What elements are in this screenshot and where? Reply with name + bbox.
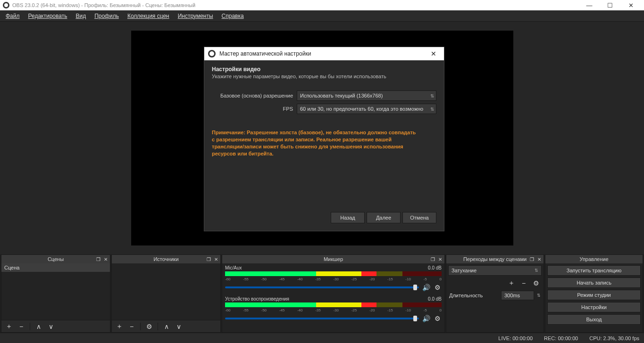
start-record-button[interactable]: Начать запись (547, 278, 641, 288)
dock-mixer-title: Микшер ❐ ✕ (222, 255, 444, 263)
dock-controls-title: Управление (545, 255, 643, 263)
transition-duration-input[interactable]: 300ms (501, 291, 534, 300)
status-live: LIVE: 00:00:00 (498, 335, 533, 341)
window-minimize[interactable]: — (579, 0, 600, 10)
transition-remove-icon[interactable]: − (519, 278, 528, 288)
fps-value: 60 или 30, но предпочитать 60, когда это… (300, 106, 423, 112)
meter-ticks: -60-55-50-45-40-35-30-25-20-15-10-50 (225, 308, 442, 312)
dock-sources-label: Источники (153, 256, 178, 262)
mixer-channel-db: 0.0 dB (428, 296, 442, 302)
dialog-note: Примечание: Разрешение холста (базовое),… (212, 129, 419, 157)
dock-row: Сцены ❐ ✕ Сцена ＋ − ∧ ∨ Источники ❐ ✕ (0, 254, 644, 333)
dock-scenes-close-icon[interactable]: ✕ (102, 256, 109, 262)
dialog-title: Мастер автоматической настройки (219, 50, 311, 57)
auto-config-wizard-dialog: Мастер автоматической настройки ✕ Настро… (204, 47, 444, 231)
window-maximize[interactable]: ☐ (600, 0, 620, 10)
sources-remove-icon[interactable]: − (127, 322, 136, 331)
mixer-channel: Устройство воспроизведения 0.0 dB -60-55… (222, 294, 444, 326)
dock-sources-close-icon[interactable]: ✕ (213, 256, 219, 262)
scenes-list[interactable]: Сцена (1, 263, 110, 320)
base-resolution-select[interactable]: Использовать текущий (1366x768) ⇅ (297, 90, 436, 101)
menu-tools[interactable]: Инструменты (174, 12, 217, 20)
studio-mode-button[interactable]: Режим студии (547, 290, 641, 300)
exit-button[interactable]: Выход (547, 314, 641, 325)
menu-scene-collection[interactable]: Коллекция сцен (124, 12, 173, 20)
sources-list[interactable] (112, 263, 220, 320)
transition-gear-icon[interactable]: ⚙ (531, 278, 541, 288)
sources-add-icon[interactable]: ＋ (115, 322, 124, 331)
dock-transitions-label: Переходы между сценами (463, 256, 527, 262)
chevron-updown-icon: ⇅ (430, 106, 433, 112)
fps-select[interactable]: 60 или 30, но предпочитать 60, когда это… (297, 104, 436, 114)
gear-icon[interactable]: ⚙ (433, 283, 442, 292)
back-button[interactable]: Назад (331, 212, 365, 223)
sources-down-icon[interactable]: ∨ (174, 322, 184, 331)
menubar: Файл Редактировать Вид Профиль Коллекция… (0, 10, 644, 22)
dock-mixer-close-icon[interactable]: ✕ (437, 256, 443, 262)
dock-scenes-label: Сцены (48, 256, 64, 262)
dock-sources: Источники ❐ ✕ ＋ − ⚙ ∧ ∨ (111, 254, 221, 333)
dock-mixer: Микшер ❐ ✕ Mic/Aux 0.0 dB -60-55-50-45-4… (222, 254, 445, 333)
status-cpu: CPU: 2.3%, 30.00 fps (589, 335, 639, 341)
mixer-channel-name: Mic/Aux (225, 265, 242, 270)
volume-slider[interactable] (225, 286, 419, 288)
scenes-down-icon[interactable]: ∨ (46, 322, 56, 331)
dock-scenes: Сцены ❐ ✕ Сцена ＋ − ∧ ∨ (1, 254, 110, 333)
sources-gear-icon[interactable]: ⚙ (144, 322, 154, 331)
window-title: OBS 23.0.2 (64-bit, windows) - Профиль: … (12, 2, 195, 8)
dock-controls: Управление Запустить трансляцию Начать з… (545, 254, 643, 333)
transitions-body: Затухание ⇅ ＋ − ⚙ Длительность 300ms ⇅ (446, 263, 544, 332)
menu-view[interactable]: Вид (72, 12, 90, 20)
dock-scenes-title: Сцены ❐ ✕ (1, 255, 110, 263)
scenes-add-icon[interactable]: ＋ (4, 322, 14, 331)
transition-add-icon[interactable]: ＋ (507, 278, 516, 288)
scenes-up-icon[interactable]: ∧ (34, 322, 43, 331)
dock-transitions-title: Переходы между сценами ❐ ✕ (446, 255, 544, 263)
dialog-heading: Настройки видео (212, 66, 436, 73)
volume-slider[interactable] (225, 318, 419, 319)
dock-transitions: Переходы между сценами ❐ ✕ Затухание ⇅ ＋… (446, 254, 544, 333)
statusbar: LIVE: 00:00:00 REC: 00:00:00 CPU: 2.3%, … (0, 333, 644, 343)
dock-sources-title: Источники ❐ ✕ (112, 255, 220, 263)
start-stream-button[interactable]: Запустить трансляцию (547, 265, 641, 276)
window-close[interactable]: ✕ (620, 0, 641, 10)
dock-controls-label: Управление (579, 256, 608, 262)
dialog-close-icon[interactable]: ✕ (427, 50, 440, 57)
menu-file[interactable]: Файл (2, 12, 24, 20)
app-icon (3, 2, 9, 8)
chevron-updown-icon: ⇅ (430, 93, 433, 98)
dock-mixer-label: Микшер (324, 256, 343, 262)
dock-transitions-close-icon[interactable]: ✕ (536, 256, 543, 262)
transition-duration-label: Длительность (449, 293, 498, 298)
settings-button[interactable]: Настройки (547, 302, 641, 312)
menu-edit[interactable]: Редактировать (25, 12, 71, 20)
scene-item[interactable]: Сцена (1, 263, 110, 272)
scenes-toolbar: ＋ − ∧ ∨ (1, 320, 110, 332)
meter-ticks: -60-55-50-45-40-35-30-25-20-15-10-50 (225, 277, 442, 281)
menu-help[interactable]: Справка (218, 12, 248, 20)
audio-meter (225, 302, 442, 307)
cancel-button[interactable]: Отмена (402, 212, 436, 223)
dock-scenes-popout-icon[interactable]: ❐ (95, 256, 101, 262)
speaker-icon[interactable]: 🔊 (422, 314, 430, 323)
mixer-channel-db: 0.0 dB (428, 265, 442, 270)
sources-toolbar: ＋ − ⚙ ∧ ∨ (112, 320, 220, 332)
gear-icon[interactable]: ⚙ (433, 314, 442, 323)
chevron-updown-icon[interactable]: ⇅ (537, 293, 541, 298)
app-icon (208, 50, 216, 57)
transition-select[interactable]: Затухание ⇅ (448, 265, 542, 276)
dock-mixer-popout-icon[interactable]: ❐ (429, 256, 436, 262)
transition-selected-value: Затухание (452, 268, 477, 273)
dock-transitions-popout-icon[interactable]: ❐ (528, 256, 535, 262)
mixer-channel-name: Устройство воспроизведения (225, 296, 289, 302)
dialog-titlebar: Мастер автоматической настройки ✕ (204, 47, 444, 60)
base-resolution-label: Базовое (основа) разрешение (212, 93, 297, 98)
sources-up-icon[interactable]: ∧ (162, 322, 171, 331)
speaker-icon[interactable]: 🔊 (422, 283, 430, 292)
dock-sources-popout-icon[interactable]: ❐ (205, 256, 212, 262)
scenes-remove-icon[interactable]: − (17, 322, 26, 331)
audio-meter (225, 271, 442, 276)
next-button[interactable]: Далее (367, 212, 401, 223)
controls-body: Запустить трансляцию Начать запись Режим… (545, 263, 643, 332)
menu-profile[interactable]: Профиль (91, 12, 123, 20)
